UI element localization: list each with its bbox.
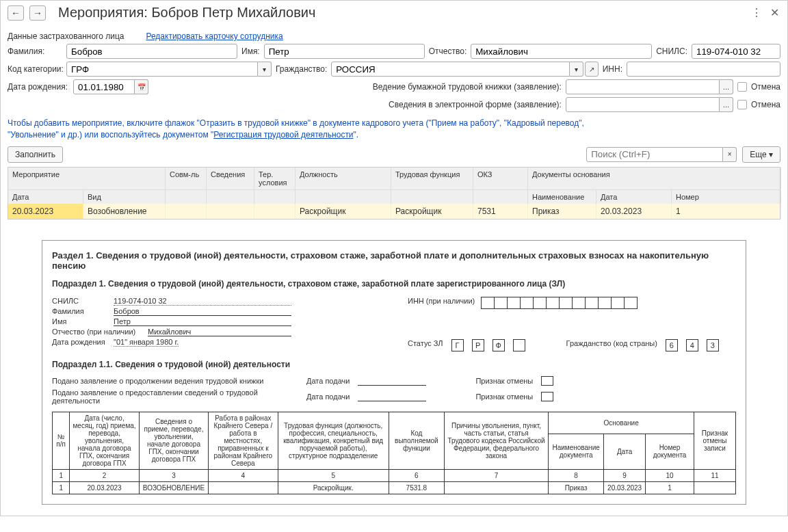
report-lastname: Бобров [114, 307, 291, 316]
table-row[interactable]: 20.03.2023 Возобновление Раскройщик Раск… [8, 204, 780, 219]
cancel-flag-box [541, 392, 553, 401]
firstname-label: Имя: [241, 46, 260, 56]
search-input[interactable] [586, 147, 723, 162]
citizenship-code: 4 [686, 339, 698, 351]
fill-button[interactable]: Заполнить [8, 146, 63, 163]
category-dropdown-icon[interactable]: ▾ [258, 62, 272, 77]
calendar-icon[interactable]: 📅 [135, 79, 148, 94]
hint-text: Чтобы добавить мероприятие, включите фла… [8, 118, 780, 141]
status-code: Р [472, 339, 484, 351]
paper-cancel-label: Отмена [751, 82, 780, 92]
col-type: Вид [83, 190, 166, 204]
status-code: Ф [492, 339, 505, 351]
col-ter: Тер. условия [254, 168, 296, 189]
citizenship-code: 6 [666, 339, 678, 351]
insured-label: Данные застрахованного лица [8, 31, 124, 41]
forward-button[interactable]: → [29, 5, 46, 21]
inn-input[interactable] [627, 62, 780, 77]
more-button[interactable]: Еще ▾ [742, 146, 780, 163]
citizenship-code: 3 [707, 339, 719, 351]
col-info: Сведения [207, 168, 254, 189]
status-code: Г [451, 339, 464, 351]
back-button[interactable]: ← [8, 5, 24, 21]
paper-cancel-checkbox[interactable] [737, 82, 747, 92]
col-doc-name: Наименование [528, 190, 596, 204]
registration-link[interactable]: Регистрация трудовой деятельности [213, 130, 353, 139]
col-doc-date: Дата [596, 190, 672, 204]
report-snils: 119-074-010 32 [114, 297, 291, 306]
birth-input[interactable] [73, 79, 135, 94]
subsection11-title: Подраздел 1.1. Сведения о трудовой (иной… [52, 360, 736, 369]
electronic-cancel-checkbox[interactable] [737, 100, 747, 109]
birth-label: Дата рождения: [8, 82, 69, 92]
electronic-label: Сведения в электронной форме (заявление)… [389, 100, 562, 109]
events-grid[interactable]: Мероприятие Совм-ль Сведения Тер. услови… [8, 167, 780, 220]
citizenship-open-icon[interactable]: ↗ [585, 62, 599, 77]
category-input[interactable] [66, 62, 258, 77]
col-func: Трудовая функция [391, 168, 473, 189]
firstname-input[interactable] [264, 44, 425, 59]
lastname-label: Фамилия: [8, 46, 62, 56]
paper-book-input[interactable] [566, 79, 720, 94]
col-position: Должность [296, 168, 391, 189]
paper-book-ellipsis-icon[interactable]: … [720, 79, 733, 94]
edit-card-link[interactable]: Редактировать карточку сотрудника [146, 31, 283, 41]
middlename-label: Отчество: [429, 46, 467, 56]
middlename-input[interactable] [471, 44, 652, 59]
citizenship-dropdown-icon[interactable]: ▾ [570, 62, 583, 77]
lastname-input[interactable] [66, 44, 237, 59]
report-birth: "01" января 1980 г. [114, 338, 179, 347]
electronic-cancel-label: Отмена [751, 100, 780, 109]
electronic-input[interactable] [566, 97, 720, 112]
report-data-row: 1 20.03.2023 ВОЗОБНОВЛЕНИЕ Раскройщик. 7… [53, 481, 736, 494]
subsection1-title: Подраздел 1. Сведения о трудовой (иной) … [52, 279, 736, 289]
report-preview: Раздел 1. Сведения о трудовой (иной) дея… [42, 240, 746, 505]
col-docs: Документы основания [528, 168, 781, 189]
paper-book-label: Ведение бумажной трудовой книжки (заявле… [373, 82, 562, 92]
close-icon[interactable]: ✕ [768, 6, 780, 19]
cancel-flag-box [541, 376, 553, 386]
section1-title: Раздел 1. Сведения о трудовой (иной) дея… [52, 250, 736, 271]
page-title: Мероприятия: Бобров Петр Михайлович [58, 5, 745, 21]
col-event: Мероприятие [8, 168, 166, 189]
col-doc-num: Номер [672, 190, 781, 204]
report-table: № п/п Дата (число, месяц, год) приема, п… [52, 412, 736, 494]
snils-label: СНИЛС: [656, 46, 687, 56]
category-label: Код категории: [8, 64, 62, 74]
col-date: Дата [8, 190, 83, 204]
citizenship-input[interactable] [331, 62, 569, 77]
search-clear-icon[interactable]: × [723, 147, 737, 162]
electronic-ellipsis-icon[interactable]: … [720, 97, 733, 112]
citizenship-label: Гражданство: [276, 64, 327, 74]
inn-boxes [482, 297, 638, 309]
col-sovm: Совм-ль [166, 168, 207, 189]
menu-icon[interactable]: ⋮ [750, 6, 763, 19]
inn-label: ИНН: [603, 64, 622, 74]
col-okz: ОКЗ [473, 168, 528, 189]
report-firstname: Петр [114, 317, 291, 326]
report-middlename: Михайлович [148, 328, 291, 336]
snils-input[interactable] [692, 44, 780, 59]
